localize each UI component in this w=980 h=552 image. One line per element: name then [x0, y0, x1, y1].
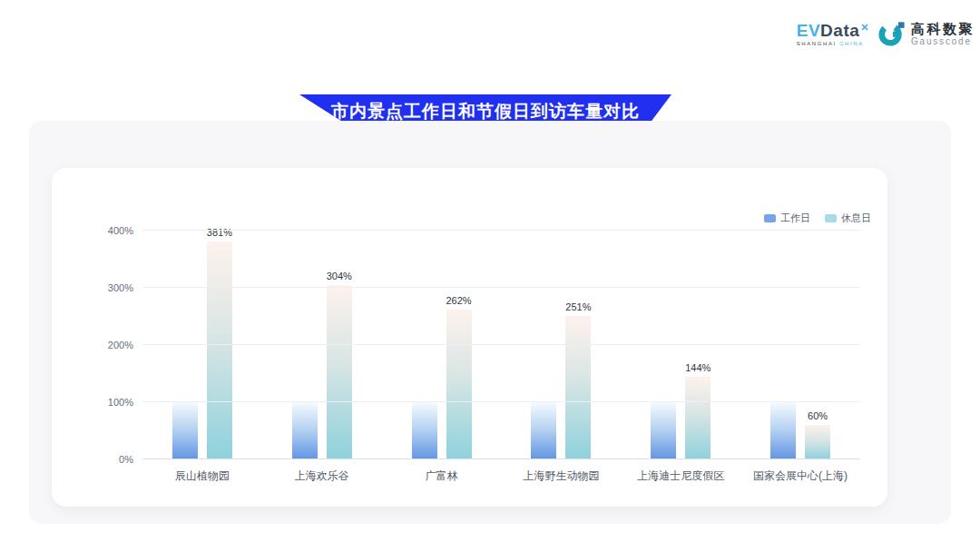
bar-group: 304%上海欢乐谷: [262, 231, 382, 459]
legend-swatch-icon: [764, 214, 776, 222]
y-axis-tick: 400%: [108, 225, 133, 236]
chart-plot: 381%辰山植物园304%上海欢乐谷262%广富林251%上海野生动物园144%…: [142, 231, 860, 459]
x-axis-category-label: 国家会展中心(上海): [740, 468, 860, 484]
bar-group: 262%广富林: [382, 231, 502, 459]
bar-group: 251%上海野生动物园: [501, 231, 621, 459]
bar-value-label: 60%: [808, 410, 828, 421]
bar-group: 381%辰山植物园: [142, 231, 262, 459]
gridline: [142, 230, 860, 231]
gridline: [142, 344, 860, 345]
bar-工作日[interactable]: [770, 402, 796, 459]
y-axis-tick: 300%: [108, 282, 133, 293]
chart-card: 工作日休息日 381%辰山植物园304%上海欢乐谷262%广富林251%上海野生…: [52, 168, 887, 507]
bar-工作日[interactable]: [292, 402, 318, 459]
bar-value-label: 381%: [207, 227, 232, 238]
y-axis-tick: 100%: [108, 397, 133, 408]
bar-休息日[interactable]: 381%: [207, 242, 232, 459]
bar-休息日[interactable]: 144%: [685, 377, 710, 459]
legend-item-工作日[interactable]: 工作日: [764, 212, 810, 225]
bar-休息日[interactable]: 304%: [327, 285, 352, 459]
evdata-wordmark: EVData✕: [797, 22, 869, 39]
y-axis-tick: 200%: [108, 340, 133, 350]
gausscode-text: 高科数聚 Gausscode: [911, 21, 975, 47]
bar-group: 60%国家会展中心(上海): [740, 231, 860, 459]
bar-休息日[interactable]: 60%: [805, 425, 830, 459]
x-axis-category-label: 上海欢乐谷: [262, 468, 382, 484]
x-axis-line: [142, 458, 860, 459]
bar-groups: 381%辰山植物园304%上海欢乐谷262%广富林251%上海野生动物园144%…: [142, 231, 860, 459]
evdata-data-text: Data: [820, 21, 859, 40]
evdata-ev-text: EV: [797, 21, 820, 40]
bar-休息日[interactable]: 262%: [446, 310, 472, 459]
legend-label: 休息日: [841, 212, 871, 225]
bar-工作日[interactable]: [412, 402, 437, 459]
bar-休息日[interactable]: 251%: [565, 316, 591, 459]
page-title: 市内景点工作日和节假日到访车量对比: [331, 100, 640, 123]
x-axis-category-label: 广富林: [382, 468, 502, 484]
y-axis-tick: 0%: [119, 454, 133, 465]
gausscode-cn-name: 高科数聚: [911, 21, 975, 36]
bar-value-label: 144%: [685, 362, 710, 373]
logo-group: EVData✕ SHANGHAI CHINA 高科数聚 Gausscode: [797, 19, 975, 48]
gridline: [142, 401, 860, 402]
bar-value-label: 251%: [565, 301, 591, 312]
legend-label: 工作日: [780, 212, 810, 225]
bar-工作日[interactable]: [531, 402, 556, 459]
evdata-china-text: CHINA: [839, 41, 864, 46]
page: EVData✕ SHANGHAI CHINA 高科数聚 Gausscode 市内…: [0, 0, 980, 552]
gausscode-en-name: Gausscode: [911, 36, 975, 47]
gausscode-logo: 高科数聚 Gausscode: [878, 19, 975, 48]
gausscode-g-icon: [878, 19, 906, 48]
evdata-shanghai-text: SHANGHAI: [797, 41, 837, 46]
x-axis-category-label: 上海野生动物园: [501, 468, 621, 484]
bar-value-label: 262%: [446, 295, 471, 306]
bar-工作日[interactable]: [172, 402, 198, 459]
bar-工作日[interactable]: [651, 402, 676, 459]
chart-legend: 工作日休息日: [764, 212, 871, 225]
x-axis-category-label: 上海迪士尼度假区: [621, 468, 740, 484]
chart-panel: 工作日休息日 381%辰山植物园304%上海欢乐谷262%广富林251%上海野生…: [29, 121, 951, 524]
legend-swatch-icon: [825, 214, 837, 222]
evdata-logo: EVData✕ SHANGHAI CHINA: [797, 19, 869, 46]
legend-item-休息日[interactable]: 休息日: [825, 212, 871, 225]
gridline: [142, 287, 860, 288]
evdata-x-icon: ✕: [860, 22, 869, 33]
evdata-subtitle: SHANGHAI CHINA: [797, 41, 869, 46]
x-axis-category-label: 辰山植物园: [142, 468, 262, 484]
bar-value-label: 304%: [327, 271, 352, 281]
bar-group: 144%上海迪士尼度假区: [621, 231, 740, 459]
